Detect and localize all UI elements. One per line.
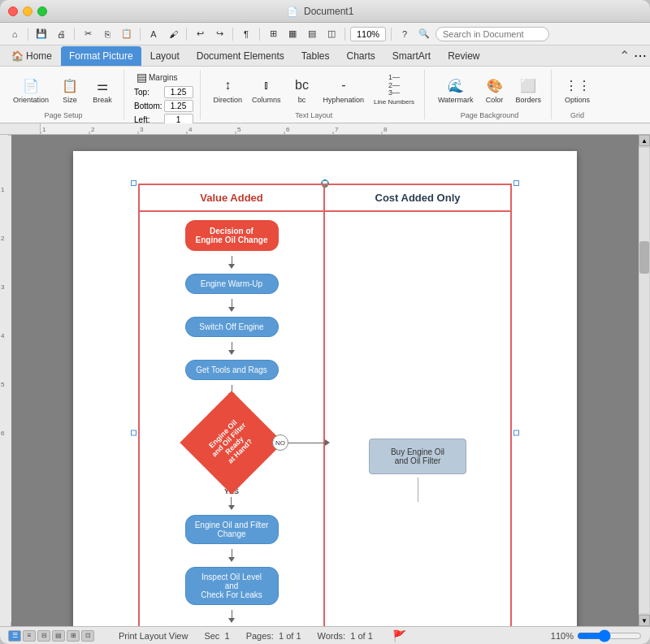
zoom-input[interactable] [350, 27, 386, 41]
inspect-node[interactable]: Inspect Oil Level andCheck For Leaks [185, 567, 279, 605]
watermark-button[interactable]: 🌊 Watermark [435, 74, 477, 106]
scroll-track[interactable] [639, 148, 649, 613]
arrow-head [228, 307, 235, 312]
scroll-down-button[interactable]: ▼ [639, 615, 650, 626]
svg-text:2: 2 [91, 126, 95, 133]
size-icon: 📋 [60, 76, 80, 95]
line-numbers-button[interactable]: 1—2—3— Line Numbers [370, 72, 418, 108]
warm-up-node[interactable]: Engine Warm-Up [185, 274, 279, 294]
cut-icon[interactable]: ✂ [80, 26, 96, 42]
break-icon: ⚌ [93, 76, 112, 95]
redo-icon[interactable]: ↪ [211, 26, 228, 42]
save-icon[interactable]: 💾 [33, 26, 50, 42]
scroll-up-button[interactable]: ▲ [639, 135, 650, 146]
text-layout-items: ↕ Direction ⫾ Columns bc bc - Hyphenatio… [210, 70, 418, 110]
undo-icon[interactable]: ↩ [192, 26, 208, 42]
table-icon[interactable]: ⊞ [265, 26, 281, 42]
format-icon2[interactable]: 🖌 [165, 26, 181, 42]
left-column: Decision ofEngine Oil Change Engine Warm… [140, 212, 325, 626]
view-icon[interactable]: ◫ [323, 26, 340, 42]
expand-icon[interactable]: ⋯ [634, 48, 647, 63]
vertical-scrollbar[interactable]: ▲ ▼ [639, 135, 650, 626]
scroll-thumb[interactable] [639, 241, 649, 274]
separator [232, 28, 233, 41]
no-arrow-head [325, 439, 330, 446]
get-tools-node[interactable]: Get Tools and Rags [185, 360, 279, 380]
view-grid-icon[interactable]: ▤ [52, 630, 65, 642]
flowchart[interactable]: Value Added Cost Added Only Decision ofE… [138, 184, 512, 626]
borders-button[interactable]: ⬜ Borders [513, 74, 545, 106]
collapse-ribbon-button[interactable]: ⌃ [619, 48, 630, 63]
arrow-2 [228, 299, 235, 312]
selection-handle-tr[interactable] [514, 180, 519, 186]
selection-handle-ml[interactable] [131, 430, 136, 435]
columns-icon[interactable]: ▦ [284, 26, 301, 42]
minimize-button[interactable] [23, 6, 32, 16]
svg-text:5: 5 [1, 381, 5, 388]
columns-button[interactable]: ⫾ Columns [249, 74, 284, 106]
oil-change-node[interactable]: Engine Oil and FilterChange [185, 515, 279, 544]
close-button[interactable] [8, 6, 18, 16]
layout-icon[interactable]: ▤ [304, 26, 320, 42]
flowchart-wrapper[interactable]: Value Added Cost Added Only Decision ofE… [134, 184, 516, 626]
tab-layout[interactable]: Layout [142, 46, 188, 66]
window-title: 📄 Document1 [47, 6, 593, 17]
maximize-button[interactable] [37, 6, 47, 16]
decision-node[interactable]: Engine Oiland Oil Filter Readyat Hand? [195, 406, 268, 479]
words-label: Words: 1 of 1 [318, 631, 373, 641]
view-normal-icon[interactable]: ☰ [8, 630, 21, 642]
color-button[interactable]: 🎨 Color [480, 74, 509, 106]
buy-node[interactable]: Buy Engine Oiland Oil Filter [369, 439, 466, 474]
zoom-slider[interactable] [577, 631, 642, 641]
view-table-icon[interactable]: ⊟ [37, 630, 50, 642]
zoom-area: 110% [551, 631, 642, 641]
return-arrow-line [418, 478, 418, 502]
view-page-icon[interactable]: ⊡ [81, 630, 94, 642]
options-button[interactable]: ⋮⋮ Options [561, 74, 593, 106]
arrow-line [232, 256, 232, 264]
paste-icon[interactable]: 📋 [119, 26, 135, 42]
top-margin-input[interactable] [164, 86, 193, 98]
separator [344, 28, 345, 41]
arrow-3 [228, 342, 235, 355]
svg-text:4: 4 [1, 332, 5, 339]
home-icon[interactable]: ⌂ [6, 26, 23, 42]
bc-button[interactable]: bc bc [288, 74, 317, 106]
watermark-icon: 🌊 [446, 76, 466, 95]
tab-tables[interactable]: Tables [293, 46, 338, 66]
margins-button[interactable]: ▤ Margins [134, 70, 180, 84]
bottom-margin-input[interactable] [164, 100, 193, 112]
search-input[interactable] [436, 27, 549, 41]
copy-icon[interactable]: ⎘ [99, 26, 115, 42]
print-icon[interactable]: 🖨 [53, 26, 69, 42]
view-list-icon[interactable]: ≡ [23, 630, 36, 642]
paragraph-icon[interactable]: ¶ [238, 26, 254, 42]
no-arrow-container: NO [272, 434, 330, 451]
size-button[interactable]: 📋 Size [55, 74, 84, 106]
text-layout-title: Text Layout [295, 110, 332, 119]
switch-off-node[interactable]: Switch Off Engine [185, 317, 279, 337]
tab-smartart[interactable]: SmartArt [384, 46, 439, 66]
tab-charts[interactable]: Charts [338, 46, 383, 66]
tab-home[interactable]: 🏠 Home [3, 46, 60, 66]
tab-review[interactable]: Review [440, 46, 488, 66]
tab-document-elements[interactable]: Document Elements [188, 46, 292, 66]
format-icon1[interactable]: A [145, 26, 162, 42]
search-icon[interactable]: 🔍 [416, 26, 432, 42]
hyphenation-button[interactable]: - Hyphenation [320, 74, 368, 106]
tab-format-picture[interactable]: Format Picture [61, 46, 141, 66]
document-scroll-area[interactable]: Value Added Cost Added Only Decision ofE… [11, 135, 639, 626]
hyphenation-icon: - [334, 76, 353, 95]
selection-handle-mr[interactable] [514, 430, 519, 435]
view-columns-icon[interactable]: ⊞ [67, 630, 80, 642]
break-button[interactable]: ⚌ Break [88, 74, 117, 106]
direction-button[interactable]: ↕ Direction [210, 74, 246, 106]
section-label: Sec 1 [204, 631, 229, 641]
orientation-button[interactable]: 📄 Orientation [10, 74, 52, 106]
document-area: 1 2 3 4 5 6 7 8 [0, 123, 650, 626]
help-icon[interactable]: ? [396, 26, 413, 42]
vertical-ruler: 1 2 3 4 5 6 [0, 135, 11, 626]
right-column: Buy Engine Oiland Oil Filter [325, 212, 510, 626]
start-node[interactable]: Decision ofEngine Oil Change [185, 220, 279, 251]
selection-handle-tl[interactable] [131, 180, 136, 186]
